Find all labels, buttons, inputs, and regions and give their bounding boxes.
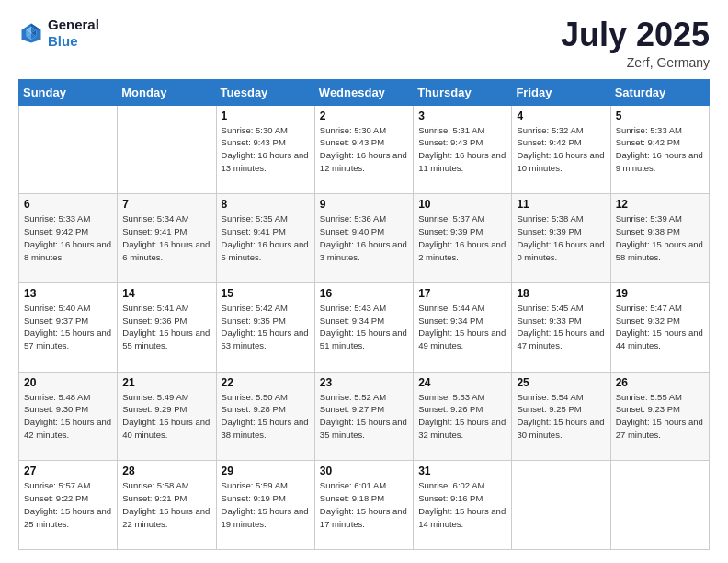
day-number: 31	[418, 465, 506, 477]
location: Zerf, Germany	[561, 55, 710, 70]
day-info: Sunrise: 5:42 AMSunset: 9:35 PMDaylight:…	[222, 302, 310, 352]
day-number: 21	[122, 376, 210, 389]
calendar-cell: 4Sunrise: 5:32 AMSunset: 9:42 PMDaylight…	[512, 105, 610, 194]
calendar-cell: 29Sunrise: 5:59 AMSunset: 9:19 PMDayligh…	[216, 461, 314, 550]
calendar-cell: 14Sunrise: 5:41 AMSunset: 9:36 PMDayligh…	[118, 282, 216, 372]
logo: General Blue	[18, 17, 99, 50]
day-info: Sunrise: 5:37 AMSunset: 9:39 PMDaylight:…	[418, 213, 506, 263]
calendar-cell: 19Sunrise: 5:47 AMSunset: 9:32 PMDayligh…	[610, 282, 709, 372]
calendar-cell: 12Sunrise: 5:39 AMSunset: 9:38 PMDayligh…	[610, 194, 709, 283]
calendar-cell: 15Sunrise: 5:42 AMSunset: 9:35 PMDayligh…	[216, 282, 314, 372]
calendar-cell: 26Sunrise: 5:55 AMSunset: 9:23 PMDayligh…	[610, 372, 709, 461]
day-info: Sunrise: 5:36 AMSunset: 9:40 PMDaylight:…	[320, 213, 408, 263]
calendar-cell: 21Sunrise: 5:49 AMSunset: 9:29 PMDayligh…	[118, 372, 216, 461]
col-tuesday: Tuesday	[216, 79, 314, 105]
calendar-cell: 16Sunrise: 5:43 AMSunset: 9:34 PMDayligh…	[314, 282, 413, 372]
day-number: 12	[616, 198, 704, 211]
calendar-cell: 17Sunrise: 5:44 AMSunset: 9:34 PMDayligh…	[414, 282, 512, 372]
day-info: Sunrise: 5:44 AMSunset: 9:34 PMDaylight:…	[418, 302, 506, 352]
calendar-week-5: 27Sunrise: 5:57 AMSunset: 9:22 PMDayligh…	[19, 461, 710, 550]
day-info: Sunrise: 5:43 AMSunset: 9:34 PMDaylight:…	[320, 302, 408, 352]
calendar-header-row: Sunday Monday Tuesday Wednesday Thursday…	[19, 79, 710, 105]
day-info: Sunrise: 5:30 AMSunset: 9:43 PMDaylight:…	[320, 124, 408, 175]
day-info: Sunrise: 5:50 AMSunset: 9:28 PMDaylight:…	[222, 391, 310, 442]
day-number: 2	[320, 109, 408, 122]
day-number: 7	[122, 198, 210, 211]
calendar-cell: 18Sunrise: 5:45 AMSunset: 9:33 PMDayligh…	[512, 282, 610, 372]
calendar-cell: 23Sunrise: 5:52 AMSunset: 9:27 PMDayligh…	[314, 372, 413, 461]
calendar-cell	[610, 461, 709, 550]
day-info: Sunrise: 5:48 AMSunset: 9:30 PMDaylight:…	[24, 391, 112, 442]
day-number: 6	[24, 198, 112, 211]
calendar-cell: 24Sunrise: 5:53 AMSunset: 9:26 PMDayligh…	[414, 372, 512, 461]
day-number: 29	[222, 465, 310, 477]
day-number: 14	[122, 287, 210, 300]
calendar-cell: 7Sunrise: 5:34 AMSunset: 9:41 PMDaylight…	[118, 194, 216, 283]
day-info: Sunrise: 5:59 AMSunset: 9:19 PMDaylight:…	[222, 479, 310, 530]
day-number: 23	[320, 376, 408, 389]
day-info: Sunrise: 5:49 AMSunset: 9:29 PMDaylight:…	[122, 391, 210, 442]
day-number: 15	[222, 287, 310, 300]
col-friday: Friday	[512, 79, 610, 105]
calendar-cell: 6Sunrise: 5:33 AMSunset: 9:42 PMDaylight…	[19, 194, 118, 283]
day-info: Sunrise: 5:53 AMSunset: 9:26 PMDaylight:…	[418, 391, 506, 442]
month-title: July 2025	[561, 17, 710, 53]
calendar-cell	[118, 105, 216, 194]
day-number: 13	[24, 287, 112, 300]
day-info: Sunrise: 5:40 AMSunset: 9:37 PMDaylight:…	[24, 302, 112, 352]
day-number: 18	[517, 287, 605, 300]
day-number: 9	[320, 198, 408, 211]
day-number: 5	[616, 109, 704, 122]
calendar-cell: 2Sunrise: 5:30 AMSunset: 9:43 PMDaylight…	[314, 105, 413, 194]
col-wednesday: Wednesday	[314, 79, 413, 105]
day-number: 8	[222, 198, 310, 211]
day-info: Sunrise: 6:01 AMSunset: 9:18 PMDaylight:…	[320, 479, 408, 530]
col-thursday: Thursday	[414, 79, 512, 105]
calendar-cell: 25Sunrise: 5:54 AMSunset: 9:25 PMDayligh…	[512, 372, 610, 461]
calendar-cell: 28Sunrise: 5:58 AMSunset: 9:21 PMDayligh…	[118, 461, 216, 550]
day-info: Sunrise: 5:31 AMSunset: 9:43 PMDaylight:…	[418, 124, 506, 175]
day-info: Sunrise: 5:57 AMSunset: 9:22 PMDaylight:…	[24, 479, 112, 530]
day-number: 20	[24, 376, 112, 389]
calendar-cell: 13Sunrise: 5:40 AMSunset: 9:37 PMDayligh…	[19, 282, 118, 372]
calendar-cell: 11Sunrise: 5:38 AMSunset: 9:39 PMDayligh…	[512, 194, 610, 283]
day-info: Sunrise: 5:30 AMSunset: 9:43 PMDaylight:…	[222, 124, 310, 175]
calendar-cell: 22Sunrise: 5:50 AMSunset: 9:28 PMDayligh…	[216, 372, 314, 461]
day-info: Sunrise: 5:47 AMSunset: 9:32 PMDaylight:…	[616, 302, 704, 352]
day-info: Sunrise: 5:33 AMSunset: 9:42 PMDaylight:…	[24, 213, 112, 263]
calendar-cell: 5Sunrise: 5:33 AMSunset: 9:42 PMDaylight…	[610, 105, 709, 194]
calendar-cell: 31Sunrise: 6:02 AMSunset: 9:16 PMDayligh…	[414, 461, 512, 550]
day-number: 26	[616, 376, 704, 389]
day-number: 1	[222, 109, 310, 122]
day-info: Sunrise: 5:54 AMSunset: 9:25 PMDaylight:…	[517, 391, 605, 442]
day-number: 17	[418, 287, 506, 300]
day-info: Sunrise: 5:41 AMSunset: 9:36 PMDaylight:…	[122, 302, 210, 352]
calendar-table: Sunday Monday Tuesday Wednesday Thursday…	[18, 79, 710, 550]
logo-icon	[18, 20, 44, 46]
day-info: Sunrise: 5:52 AMSunset: 9:27 PMDaylight:…	[320, 391, 408, 442]
day-info: Sunrise: 5:45 AMSunset: 9:33 PMDaylight:…	[517, 302, 605, 352]
calendar-cell: 8Sunrise: 5:35 AMSunset: 9:41 PMDaylight…	[216, 194, 314, 283]
title-block: July 2025 Zerf, Germany	[561, 17, 710, 70]
calendar-cell: 9Sunrise: 5:36 AMSunset: 9:40 PMDaylight…	[314, 194, 413, 283]
day-info: Sunrise: 5:35 AMSunset: 9:41 PMDaylight:…	[222, 213, 310, 263]
day-number: 24	[418, 376, 506, 389]
day-number: 3	[418, 109, 506, 122]
calendar-week-2: 6Sunrise: 5:33 AMSunset: 9:42 PMDaylight…	[19, 194, 710, 283]
day-number: 25	[517, 376, 605, 389]
calendar-cell: 27Sunrise: 5:57 AMSunset: 9:22 PMDayligh…	[19, 461, 118, 550]
day-info: Sunrise: 5:34 AMSunset: 9:41 PMDaylight:…	[122, 213, 210, 263]
day-number: 28	[122, 465, 210, 477]
calendar-cell: 10Sunrise: 5:37 AMSunset: 9:39 PMDayligh…	[414, 194, 512, 283]
col-sunday: Sunday	[19, 79, 118, 105]
day-number: 10	[418, 198, 506, 211]
day-info: Sunrise: 5:55 AMSunset: 9:23 PMDaylight:…	[616, 391, 704, 442]
calendar-cell	[19, 105, 118, 194]
calendar-cell: 20Sunrise: 5:48 AMSunset: 9:30 PMDayligh…	[19, 372, 118, 461]
calendar-week-4: 20Sunrise: 5:48 AMSunset: 9:30 PMDayligh…	[19, 372, 710, 461]
day-number: 16	[320, 287, 408, 300]
calendar-cell: 30Sunrise: 6:01 AMSunset: 9:18 PMDayligh…	[314, 461, 413, 550]
page: General Blue July 2025 Zerf, Germany Sun…	[0, 0, 728, 563]
day-number: 4	[517, 109, 605, 122]
header: General Blue July 2025 Zerf, Germany	[18, 17, 710, 70]
